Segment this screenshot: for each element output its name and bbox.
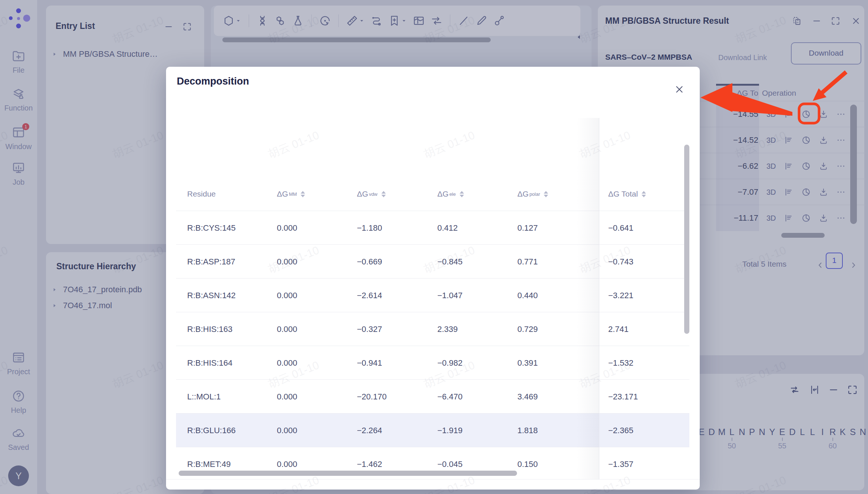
- annotation-arrow-small: [813, 72, 846, 101]
- annotation-arrow-big: [700, 83, 792, 116]
- annotation-highlight-box: [799, 104, 819, 123]
- screenshot-root: FileFunction1WindowJob ProjectHelpSaved …: [0, 0, 868, 494]
- annotations-layer: [0, 0, 868, 494]
